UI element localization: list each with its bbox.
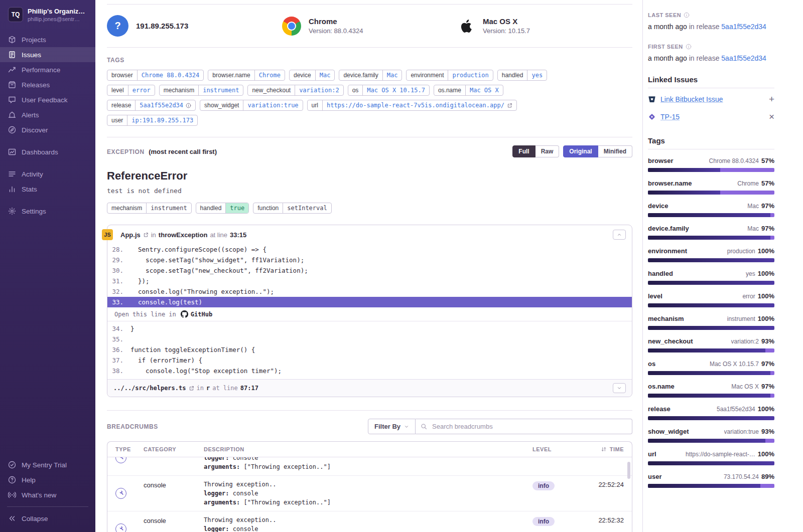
tag-dist-browser[interactable]: browserChrome 88.0.432457% <box>648 157 774 172</box>
sidebar-item-projects[interactable]: Projects <box>0 32 95 47</box>
tag-pill-value[interactable]: production <box>448 70 492 80</box>
tag-pill-value[interactable]: Mac <box>315 70 335 80</box>
org-switcher[interactable]: TQ Phillip's Organiz… phillip.jones@sent… <box>0 0 95 30</box>
tag-pill-value[interactable]: variation:true <box>243 100 302 110</box>
tag-pill-value[interactable]: https://do-sample-react-7v5is.ondigitalo… <box>322 100 516 110</box>
sidebar-item-user-feedback[interactable]: User Feedback <box>0 92 95 107</box>
tag-value-text: variation:true <box>247 102 298 109</box>
toggle-full-button[interactable]: Full <box>512 145 535 157</box>
dist-tag-value: Mac OS X 10.15.7 <box>710 361 759 368</box>
dist-tag-percent: 57% <box>761 180 774 187</box>
toggle-minified-button[interactable]: Minified <box>598 145 632 157</box>
tag-pill-value[interactable]: yes <box>527 70 547 80</box>
tag-pill-key: mechanism <box>160 85 198 95</box>
tag-pill-key: browser.name <box>208 70 254 80</box>
chevron-up-icon <box>617 232 622 237</box>
broadcast-icon <box>8 491 16 499</box>
dist-tag-name: handled <box>648 270 673 277</box>
tag-pill-value[interactable]: error <box>128 85 155 95</box>
tag-dist-os[interactable]: osMac OS X 10.15.797% <box>648 360 774 375</box>
sidebar-item-releases[interactable]: Releases <box>0 77 95 92</box>
last-seen-release-link[interactable]: 5aa1f55e2d34 <box>721 23 766 31</box>
filter-by-dropdown[interactable]: Filter By <box>368 419 416 434</box>
tag-dist-os.name[interactable]: os.nameMac OS X97% <box>648 383 774 398</box>
crumb-logger: logger: console <box>204 457 532 461</box>
sidebar-item-collapse[interactable]: Collapse <box>0 511 95 526</box>
breadcrumbs-search[interactable] <box>416 419 632 434</box>
dist-tag-value: instrument <box>727 315 755 322</box>
sidebar-item-activity[interactable]: Activity <box>0 166 95 182</box>
info-icon[interactable] <box>684 12 690 18</box>
sidebar-item-trial[interactable]: My Sentry Trial <box>0 457 95 472</box>
tag-pill-value[interactable]: variation:2 <box>295 85 343 95</box>
tag-dist-mechanism[interactable]: mechanisminstrument100% <box>648 315 774 330</box>
linked-issue-link[interactable]: Link Bitbucket Issue <box>660 95 723 103</box>
tag-pill-value[interactable]: Mac OS X <box>465 85 503 95</box>
sidebar-item-issues[interactable]: Issues <box>0 47 95 62</box>
tag-pill-value[interactable]: Mac OS X 10.15.7 <box>362 85 429 95</box>
first-seen-release-link[interactable]: 5aa1f55e2d34 <box>721 54 766 62</box>
tag-dist-release[interactable]: release5aa1f55e2d34100% <box>648 405 774 420</box>
sidebar-item-alerts[interactable]: Alerts <box>0 107 95 122</box>
frame-header[interactable]: App.js in throwException at line 33:15 <box>107 225 632 243</box>
external-link-icon[interactable] <box>143 232 149 238</box>
scrollbar-thumb[interactable] <box>627 462 630 479</box>
linked-issue-link[interactable]: TP-15 <box>660 113 680 121</box>
tag-pill-value[interactable]: instrument <box>198 85 243 95</box>
sidebar-item-discover[interactable]: Discover <box>0 122 95 137</box>
tag-pill-key: browser <box>107 70 137 80</box>
breadcrumb-row[interactable]: consoleThrowing exception..logger: conso… <box>107 511 632 532</box>
add-issue-button[interactable]: + <box>769 94 774 104</box>
toggle-original-button[interactable]: Original <box>563 145 598 157</box>
tags-section-label: TAGS <box>107 57 632 64</box>
frame-function: throwException <box>159 231 208 239</box>
dashboards-icon <box>8 148 16 156</box>
breadcrumb-row[interactable]: consoleThrowing exception..logger: conso… <box>107 457 632 476</box>
sidebar-item-help[interactable]: Help <box>0 472 95 487</box>
tag-dist-device.family[interactable]: device.familyMac97% <box>648 225 774 240</box>
tag-dist-url[interactable]: urlhttps://do-sample-react-…100% <box>648 450 774 465</box>
console-crumb-icon <box>115 488 126 499</box>
tag-dist-device[interactable]: deviceMac97% <box>648 202 774 217</box>
highlighted-code-line[interactable]: 33. console.log(test) <box>107 297 632 307</box>
tag-dist-new_checkout[interactable]: new_checkoutvariation:293% <box>648 337 774 352</box>
sort-icon[interactable] <box>601 446 607 452</box>
crumb-message: Throwing exception.. <box>204 481 532 488</box>
remove-issue-button[interactable]: × <box>769 112 774 121</box>
tag-pill-value[interactable]: Mac <box>382 70 402 80</box>
sidebar-item-whats-new[interactable]: What's new <box>0 487 95 502</box>
apple-icon <box>457 17 475 35</box>
tag-pill-value[interactable]: Chrome <box>254 70 285 80</box>
collapsed-frame[interactable]: ../../src/helpers.ts in r at line 87:17 <box>107 379 632 397</box>
breadcrumb-row[interactable]: consoleThrowing exception..logger: conso… <box>107 476 632 511</box>
open-line-label: Open this line in <box>114 311 176 318</box>
dist-tag-bar <box>648 484 774 488</box>
tag-pill-value[interactable]: Chrome 88.0.4324 <box>137 70 204 80</box>
tag-dist-handled[interactable]: handledyes100% <box>648 270 774 285</box>
github-button[interactable]: GitHub <box>181 310 212 318</box>
tag-pill-value[interactable]: 5aa1f55e2d34 <box>135 100 195 110</box>
sidebar-item-stats[interactable]: Stats <box>0 182 95 197</box>
line-code: scope.setTag("show_widget", ff1Variation… <box>130 255 304 265</box>
dist-tag-bar <box>648 281 774 285</box>
sidebar-item-dashboards[interactable]: Dashboards <box>0 144 95 159</box>
tag-dist-browser.name[interactable]: browser.nameChrome57% <box>648 180 774 195</box>
tag-pill-value[interactable]: ip:191.89.255.173 <box>127 115 197 125</box>
expand-frame-button[interactable] <box>613 383 626 393</box>
sidebar-item-settings[interactable]: Settings <box>0 204 95 219</box>
sidebar-item-performance[interactable]: Performance <box>0 62 95 77</box>
tag-dist-user[interactable]: user73.170.54.2489% <box>648 473 774 488</box>
breadcrumbs-search-input[interactable] <box>431 422 627 431</box>
col-time-header[interactable]: TIME <box>576 446 624 452</box>
external-link-icon[interactable] <box>189 386 194 391</box>
collapsed-frame-in-label: in <box>197 385 204 392</box>
dist-tag-bar <box>648 326 774 330</box>
dist-tag-percent: 97% <box>761 202 774 210</box>
collapse-frame-button[interactable] <box>613 230 626 240</box>
tag-dist-level[interactable]: levelerror100% <box>648 292 774 307</box>
tag-dist-environment[interactable]: environmentproduction100% <box>648 247 774 262</box>
sidebar-divider <box>7 506 88 507</box>
toggle-raw-button[interactable]: Raw <box>536 145 560 157</box>
info-icon[interactable] <box>686 44 692 50</box>
tag-dist-show_widget[interactable]: show_widgetvariation:true93% <box>648 428 774 443</box>
